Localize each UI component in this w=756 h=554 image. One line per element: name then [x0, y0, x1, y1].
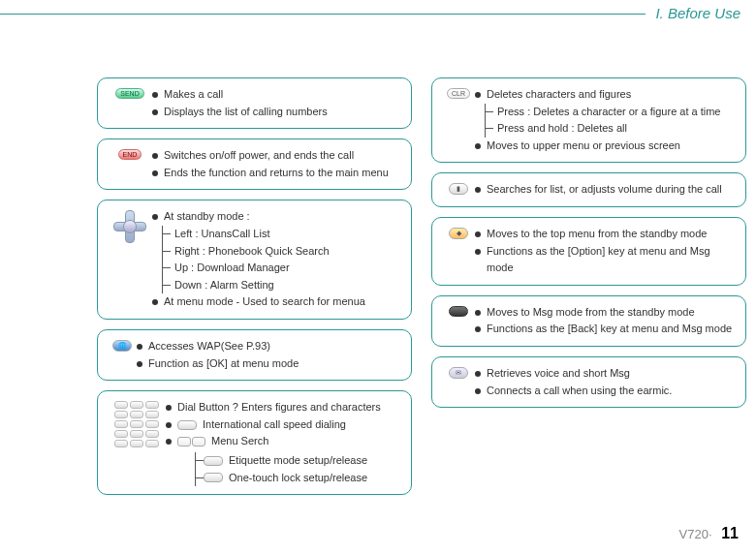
envelope-key-icon: ✉ [449, 367, 468, 379]
card-volume: ▮ Searches for list, or adjusts volume d… [431, 172, 746, 207]
card-wap: 🌐 Accesses WAP(See P.93) Function as [OK… [97, 329, 412, 381]
text: Moves to Msg mode from the standby mode [487, 304, 695, 322]
section-title: I. Before Use [646, 5, 746, 21]
text: Down : Alarm Setting [171, 277, 401, 294]
page-number: 11 [721, 525, 739, 541]
text: Makes a call [164, 86, 223, 104]
card-keypad: Dial Button ? Enters figures and charact… [97, 390, 412, 495]
text: Deletes characters and figures [487, 86, 631, 104]
card-msg-key: ✉ Retrieves voice and short Msg Connects… [431, 356, 746, 408]
text: Left : UnansCall List [171, 226, 401, 243]
text: Ends the function and returns to the mai… [164, 165, 389, 182]
star-key-icon [204, 456, 223, 466]
text: Searches for list, or adjusts volume dur… [487, 181, 722, 199]
hash-key-icon [204, 473, 223, 482]
text: Press : Deletes a character or a figure … [493, 104, 736, 121]
header-divider [0, 14, 733, 15]
prism-key-icon: ◆ [449, 228, 468, 239]
text: Moves to upper menu or previous screen [487, 138, 680, 155]
card-option-key: ◆ Moves to the top menu from the standby… [431, 217, 746, 286]
send-key-icon: SEND [115, 88, 143, 99]
dpad-icon [113, 210, 146, 243]
card-end-key: END Switches on/off power, and ends the … [97, 138, 412, 190]
text: Connects a call when using the earmic. [487, 383, 672, 400]
card-clr: CLR Deletes characters and figures Press… [431, 77, 746, 163]
text: Switches on/off power, and ends the call [164, 147, 354, 165]
dark-key-icon [449, 306, 468, 317]
text: Etiquette mode setup/release [229, 452, 367, 470]
model-label: V720· [679, 527, 712, 541]
text: Retrieves voice and short Msg [487, 365, 630, 383]
text: Right : Phonebook Quick Search [171, 243, 401, 261]
split-key-icon [177, 437, 205, 446]
text: Dial Button ? Enters figures and charact… [177, 399, 381, 416]
clr-key-icon: CLR [447, 88, 470, 99]
footer: V720· 11 [679, 525, 739, 542]
card-send-key: SEND Makes a call Displays the list of c… [97, 77, 412, 129]
text: One-touch lock setup/release [229, 470, 367, 487]
card-dpad: At standby mode : Left : UnansCall List … [97, 200, 412, 320]
text: Moves to the top menu from the standby m… [487, 226, 707, 243]
keypad-icon [114, 401, 159, 447]
text: Functions as the [Option] key at menu an… [487, 243, 736, 277]
end-key-icon: END [118, 149, 142, 160]
text: Functions as the [Back] key at menu and … [487, 321, 732, 338]
left-column: SEND Makes a call Displays the list of c… [97, 77, 412, 505]
zero-key-icon [177, 420, 197, 430]
text: At menu mode - Used to search for menua [164, 293, 365, 311]
card-back-key: Moves to Msg mode from the standby mode … [431, 295, 746, 347]
text: Accesses WAP(See P.93) [148, 338, 270, 355]
volume-key-icon: ▮ [449, 183, 468, 195]
text: At standby mode : [164, 208, 250, 226]
right-column: CLR Deletes characters and figures Press… [431, 77, 746, 505]
text: Displays the list of calling numbers [164, 104, 328, 121]
globe-key-icon: 🌐 [112, 340, 132, 352]
text: Menu Serch [211, 433, 268, 450]
text: Press and hold : Deletes all [493, 120, 736, 138]
text: International call speed dialing [203, 416, 346, 434]
text: Function as [OK] at menu mode [148, 355, 299, 373]
text: Up : Download Manager [171, 260, 401, 277]
